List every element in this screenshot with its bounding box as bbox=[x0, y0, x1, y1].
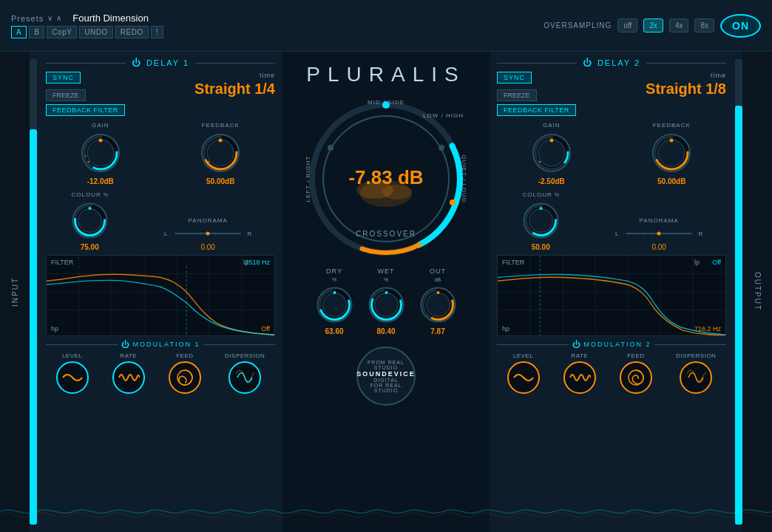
delay1-gain-knob[interactable] bbox=[78, 131, 123, 175]
delay1-power-icon[interactable]: ⏻ bbox=[132, 58, 140, 68]
svg-point-5 bbox=[87, 161, 89, 163]
delay1-feedback-filter-button[interactable]: FEEDBACK FILTER bbox=[46, 104, 125, 116]
logo-text-sub: FOR REAL STUDIO bbox=[358, 383, 414, 393]
delay2-colour-row: COLOUR % 50.00 PANORAMA L bbox=[497, 191, 726, 251]
presets-label: Presets bbox=[11, 14, 44, 23]
wet-value: 80.40 bbox=[376, 327, 395, 335]
svg-point-27 bbox=[236, 233, 238, 235]
delay2-gain-knob-container: GAIN -2.50dB bbox=[529, 122, 574, 185]
delay2-knobs-row: GAIN -2.50dB FEEDBACK bbox=[497, 122, 726, 185]
delay1-sync-button[interactable]: SYNC bbox=[46, 72, 81, 83]
wet-label: WET bbox=[378, 267, 395, 275]
delay2-mod-power-icon[interactable]: ⏻ bbox=[572, 340, 580, 349]
delay1-left-slider[interactable] bbox=[30, 59, 37, 525]
plugin-name: PLURALIS bbox=[306, 63, 465, 86]
delay1-colour-pct: % bbox=[104, 192, 108, 197]
delay1-freeze-button[interactable]: FREEZE bbox=[46, 89, 86, 101]
logo-main-text: SOUNDEVICE bbox=[356, 370, 416, 378]
delay1-modulation-section: ⏻ MODULATION 1 LEVEL RATE bbox=[46, 340, 275, 394]
svg-point-21 bbox=[192, 233, 194, 235]
svg-point-87 bbox=[665, 233, 667, 235]
preset-undo-button[interactable]: UNDO bbox=[79, 26, 112, 38]
delay1-panorama-slider[interactable] bbox=[171, 226, 245, 241]
wet-item: WET % 80.40 bbox=[366, 267, 407, 335]
svg-point-17 bbox=[88, 207, 91, 210]
dry-wet-section: DRY % 63.60 WET % bbox=[314, 267, 458, 335]
svg-point-6 bbox=[84, 155, 87, 157]
delay2-colour-label: COLOUR bbox=[522, 191, 552, 198]
delay1-mod-dispersion: DISPERSION bbox=[225, 352, 265, 394]
logo-text-top: FROM REAL STUDIO bbox=[358, 360, 414, 370]
svg-point-12 bbox=[208, 161, 210, 163]
delay2-time-label: time bbox=[646, 72, 726, 79]
sounddevice-logo: FROM REAL STUDIO SOUNDEVICE DIGITAL FOR … bbox=[356, 347, 416, 406]
svg-point-75 bbox=[670, 139, 674, 143]
delay2-mod-dispersion-icon[interactable] bbox=[680, 361, 712, 394]
preset-next-icon[interactable]: ∧ bbox=[56, 14, 61, 22]
over-2x-button[interactable]: 2x bbox=[643, 18, 663, 33]
svg-point-74 bbox=[658, 140, 685, 166]
svg-point-49 bbox=[328, 145, 333, 151]
delay2-feedback-filter-button[interactable]: FEEDBACK FILTER bbox=[497, 104, 576, 116]
preset-copy-button[interactable]: CopY bbox=[47, 26, 77, 38]
delay2-gain-knob[interactable] bbox=[529, 131, 574, 175]
delay2-mod-feed-icon[interactable] bbox=[620, 361, 652, 394]
svg-point-89 bbox=[680, 233, 682, 235]
preset-redo-button[interactable]: REDO bbox=[115, 26, 149, 38]
crossover-circle-area: MID / SIDE LOW / HIGH QUIET / LOUD LEFT … bbox=[305, 98, 467, 260]
delay1-mod-rate-icon[interactable] bbox=[112, 361, 145, 394]
svg-point-80 bbox=[539, 207, 542, 210]
svg-point-54 bbox=[333, 291, 336, 294]
delay2-feedback-knob-container: FEEDBACK 50.00dB bbox=[649, 122, 694, 185]
delay1-mod-feed-icon[interactable] bbox=[169, 361, 201, 394]
preset-b-button[interactable]: B bbox=[29, 26, 44, 38]
delay1-colour-row: COLOUR % 75.00 PANORAMA L bbox=[46, 191, 275, 251]
ring-label-quiet-loud: QUIET / LOUD bbox=[461, 154, 467, 202]
delay2-feedback-value: 50.00dB bbox=[657, 177, 685, 185]
delay1-mod-level-icon[interactable] bbox=[56, 361, 89, 394]
delay2-line-left bbox=[497, 63, 577, 64]
delay2-header: ⏻ DELAY 2 bbox=[497, 58, 726, 68]
delay2-freeze-button[interactable]: FREEZE bbox=[497, 89, 537, 101]
delay2-panorama-slider[interactable] bbox=[622, 226, 696, 241]
delay2-colour-knob[interactable] bbox=[521, 200, 561, 241]
svg-point-11 bbox=[219, 139, 223, 143]
delay2-colour-container: COLOUR % 50.00 bbox=[521, 191, 561, 251]
delay1-gain-knob-container: GAIN -12.0dB bbox=[78, 122, 123, 185]
delay1-mod-power-icon[interactable]: ⏻ bbox=[121, 340, 129, 349]
delay2-gain-value: -2.50dB bbox=[538, 177, 565, 185]
delay1-colour-knob[interactable] bbox=[70, 200, 110, 241]
oversampling-label: OVERSAMPLING bbox=[544, 21, 612, 30]
delay1-feedback-knob[interactable] bbox=[198, 131, 243, 175]
delay1-mod-rate: RATE bbox=[112, 352, 145, 394]
wet-knob[interactable] bbox=[366, 284, 407, 325]
delay1-pan-value: 0.00 bbox=[197, 243, 219, 251]
preset-prev-icon[interactable]: ∨ bbox=[47, 14, 53, 22]
dry-knob[interactable] bbox=[314, 284, 355, 325]
delay2-sync-button[interactable]: SYNC bbox=[497, 72, 532, 83]
delay1-line-left bbox=[46, 63, 126, 64]
over-8x-button[interactable]: 8x bbox=[694, 18, 714, 33]
delay2-mod-rate-icon[interactable] bbox=[563, 361, 596, 394]
svg-point-85 bbox=[650, 233, 652, 235]
delay2-mod-header: ⏻ MODULATION 2 bbox=[497, 340, 726, 349]
delay1-mod-dispersion-icon[interactable] bbox=[228, 361, 261, 394]
out-knob[interactable] bbox=[418, 284, 458, 325]
delay2-right-slider[interactable] bbox=[735, 59, 742, 525]
preset-a-button[interactable]: A bbox=[11, 26, 27, 38]
delay1-panorama-container: PANORAMA L bbox=[164, 217, 251, 251]
delay1-gain-value: -12.0dB bbox=[87, 177, 114, 185]
main-area: INPUT ⏻ DELAY 1 SYNC FREEZE bbox=[0, 52, 772, 532]
delay2-mod-level-icon[interactable] bbox=[507, 361, 540, 394]
on-button[interactable]: ON bbox=[720, 14, 761, 38]
topbar: Presets ∨ ∧ Fourth Dimension A B CopY UN… bbox=[0, 0, 772, 52]
preset-excl-button[interactable]: ! bbox=[151, 26, 163, 38]
dry-item: DRY % 63.60 bbox=[314, 267, 355, 335]
delay2-power-icon[interactable]: ⏻ bbox=[583, 58, 592, 68]
delay1-mod-icons: LEVEL RATE bbox=[46, 352, 275, 394]
over-off-button[interactable]: off bbox=[617, 18, 637, 33]
delay2-feedback-knob[interactable] bbox=[649, 131, 694, 175]
presets-section: Presets ∨ ∧ Fourth Dimension A B CopY UN… bbox=[11, 13, 163, 38]
over-4x-button[interactable]: 4x bbox=[669, 18, 689, 33]
delay1-line-right bbox=[195, 63, 275, 64]
